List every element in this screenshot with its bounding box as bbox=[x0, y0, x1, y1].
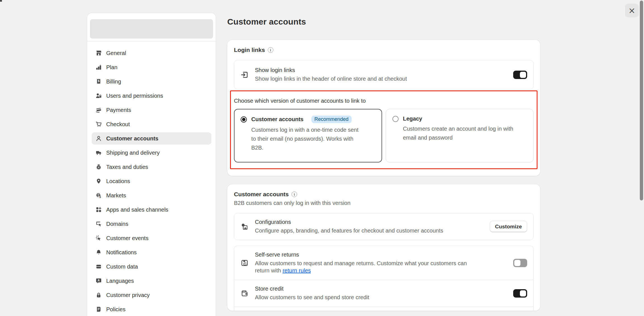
sidebar-item-label: Locations bbox=[106, 178, 130, 185]
store-credit-description: Allow customers to see and spend store c… bbox=[255, 294, 507, 301]
account-features-box: Self-serve returns Allow customers to re… bbox=[234, 246, 534, 311]
choose-version-section: Choose which version of customer account… bbox=[230, 90, 538, 169]
svg-text:$: $ bbox=[98, 79, 100, 83]
sidebar-item-label: Users and permissions bbox=[106, 93, 163, 99]
option-legacy[interactable]: Legacy Customers create an account and l… bbox=[386, 109, 534, 162]
sidebar-item-apps-and-sales-channels[interactable]: Apps and sales channels bbox=[92, 204, 211, 216]
return-rules-link[interactable]: return rules bbox=[283, 267, 311, 274]
sidebar-item-label: Languages bbox=[106, 278, 134, 284]
recommended-badge: Recommended bbox=[311, 116, 352, 123]
taxes-icon bbox=[95, 164, 102, 170]
policies-icon bbox=[95, 306, 102, 313]
sidebar-item-payments[interactable]: Payments bbox=[92, 104, 211, 116]
payments-icon bbox=[95, 107, 102, 113]
self-serve-returns-toggle[interactable] bbox=[513, 259, 527, 267]
sidebar-item-label: Notifications bbox=[106, 249, 137, 256]
checkout-icon bbox=[95, 121, 102, 128]
choose-version-label: Choose which version of customer account… bbox=[234, 97, 534, 104]
customer-accounts-subheading: B2B customers can only log in with this … bbox=[234, 200, 534, 206]
radio-legacy[interactable] bbox=[392, 116, 399, 122]
plan-icon bbox=[95, 64, 102, 71]
login-links-heading: Login links bbox=[234, 47, 265, 53]
option-customer-accounts-description: Customers log in with a one-time code se… bbox=[251, 125, 364, 152]
billing-icon: $ bbox=[95, 78, 102, 85]
sidebar-item-customer-privacy[interactable]: Customer privacy bbox=[92, 289, 211, 301]
sidebar-item-label: Payments bbox=[106, 107, 131, 113]
privacy-icon bbox=[95, 292, 102, 298]
customer-events-icon bbox=[95, 235, 102, 241]
svg-text:A: A bbox=[98, 279, 100, 282]
store-credit-title: Store credit bbox=[255, 286, 507, 292]
sidebar-item-markets[interactable]: $Markets bbox=[92, 189, 211, 202]
toggle-knob bbox=[514, 260, 520, 266]
main-content: Customer accounts Login links i Show log… bbox=[227, 13, 540, 311]
sidebar-item-domains[interactable]: Domains bbox=[92, 218, 211, 230]
configurations-description: Configure apps, branding, and features f… bbox=[255, 227, 484, 234]
shipping-icon bbox=[95, 149, 102, 156]
store-credit-setting: Store credit Allow customers to see and … bbox=[234, 280, 533, 307]
toggle-knob bbox=[520, 290, 526, 296]
settings-nav: GeneralPlan$BillingUsers and permissions… bbox=[87, 41, 216, 315]
sidebar-item-taxes-and-duties[interactable]: Taxes and duties bbox=[92, 161, 211, 173]
locations-icon bbox=[95, 178, 102, 185]
show-login-links-setting: Show login links Show login links in the… bbox=[234, 60, 534, 89]
sidebar-item-label: Customer privacy bbox=[106, 292, 150, 298]
sidebar-item-billing[interactable]: $Billing bbox=[92, 75, 211, 88]
sidebar-item-label: Plan bbox=[106, 64, 117, 71]
customer-accounts-card: Customer accounts i B2B customers can on… bbox=[227, 184, 540, 311]
info-icon[interactable]: i bbox=[292, 191, 297, 197]
store-credit-toggle[interactable] bbox=[513, 289, 527, 298]
sidebar-item-general[interactable]: General bbox=[92, 47, 211, 59]
sidebar-item-label: Customer accounts bbox=[106, 135, 158, 142]
scrollbar-thumb[interactable] bbox=[640, 1, 643, 200]
option-customer-accounts[interactable]: Customer accounts Recommended Customers … bbox=[234, 109, 382, 162]
sidebar-item-notifications[interactable]: Notifications bbox=[92, 246, 211, 258]
sidebar-item-label: Customer events bbox=[106, 235, 148, 241]
close-button[interactable]: × bbox=[625, 4, 639, 17]
customize-button[interactable]: Customize bbox=[490, 221, 527, 232]
sidebar-item-plan[interactable]: Plan bbox=[92, 61, 211, 73]
sidebar-item-checkout[interactable]: Checkout bbox=[92, 118, 211, 130]
custom-data-icon bbox=[95, 263, 102, 270]
notifications-icon bbox=[95, 249, 102, 256]
sidebar-item-customer-events[interactable]: Customer events bbox=[92, 232, 211, 244]
show-login-links-description: Show login links in the header of online… bbox=[255, 75, 507, 82]
domains-icon bbox=[95, 221, 102, 227]
page-title: Customer accounts bbox=[227, 17, 540, 27]
apps-icon bbox=[95, 206, 102, 213]
settings-sidebar: GeneralPlan$BillingUsers and permissions… bbox=[87, 13, 216, 316]
returns-icon bbox=[240, 259, 249, 267]
wallet-icon bbox=[240, 289, 249, 298]
configurations-icon bbox=[240, 222, 249, 231]
markets-icon: $ bbox=[95, 192, 102, 199]
sidebar-header bbox=[87, 13, 216, 41]
svg-text:$: $ bbox=[99, 195, 101, 198]
sidebar-item-label: Policies bbox=[106, 306, 126, 313]
sidebar-item-shipping-and-delivery[interactable]: Shipping and delivery bbox=[92, 147, 211, 159]
show-login-links-title: Show login links bbox=[255, 67, 507, 73]
toggle-knob bbox=[520, 72, 526, 78]
customer-accounts-heading: Customer accounts bbox=[234, 191, 289, 198]
option-customer-accounts-label: Customer accounts bbox=[251, 116, 304, 123]
users-icon bbox=[95, 92, 102, 99]
sidebar-item-policies[interactable]: Policies bbox=[92, 303, 211, 315]
sidebar-item-custom-data[interactable]: Custom data bbox=[92, 260, 211, 273]
sidebar-item-label: General bbox=[106, 50, 126, 56]
customer-accounts-icon bbox=[95, 135, 102, 142]
sidebar-item-label: Billing bbox=[106, 78, 121, 85]
sidebar-item-label: Apps and sales channels bbox=[106, 207, 168, 213]
clipped-row bbox=[234, 307, 533, 311]
sidebar-item-languages[interactable]: ALanguages bbox=[92, 275, 211, 287]
radio-customer-accounts[interactable] bbox=[241, 116, 247, 123]
sidebar-item-customer-accounts[interactable]: Customer accounts bbox=[92, 132, 211, 145]
sidebar-item-label: Markets bbox=[106, 192, 126, 199]
sidebar-item-label: Checkout bbox=[106, 121, 130, 128]
sidebar-item-locations[interactable]: Locations bbox=[92, 175, 211, 187]
sidebar-item-label: Custom data bbox=[106, 264, 138, 270]
info-icon[interactable]: i bbox=[268, 47, 273, 53]
sidebar-item-users-and-permissions[interactable]: Users and permissions bbox=[92, 90, 211, 102]
languages-icon: A bbox=[95, 277, 102, 284]
option-legacy-description: Customers create an account and log in w… bbox=[403, 124, 527, 142]
store-skeleton-placeholder bbox=[90, 19, 213, 39]
show-login-links-toggle[interactable] bbox=[513, 71, 527, 79]
